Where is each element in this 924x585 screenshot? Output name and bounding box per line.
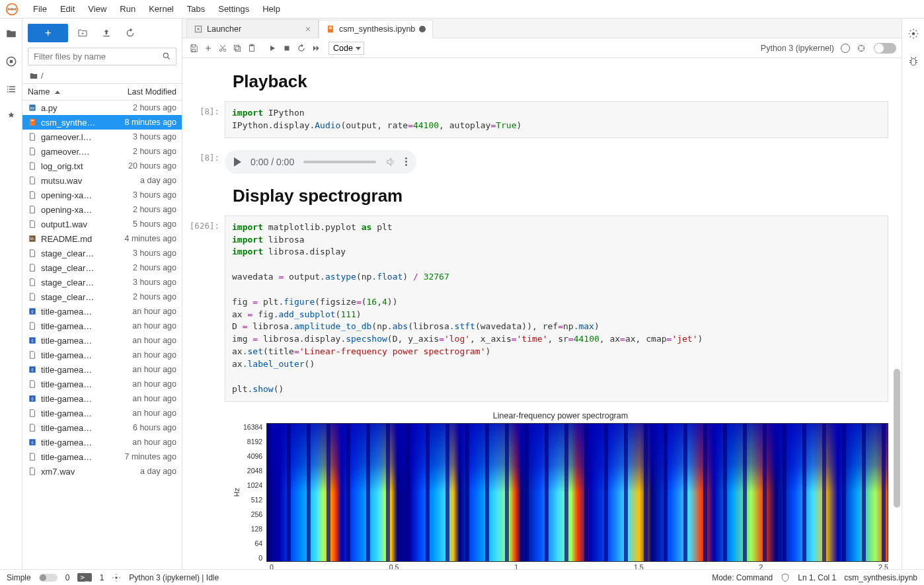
terminal-badge-icon[interactable]: >_ bbox=[77, 573, 91, 582]
file-row[interactable]: gameover.…2 hours ago bbox=[22, 144, 182, 159]
xtick: 0.5 bbox=[389, 563, 399, 570]
menu-file[interactable]: File bbox=[26, 1, 54, 17]
property-inspector-icon[interactable] bbox=[907, 28, 919, 40]
new-folder-icon[interactable] bbox=[77, 28, 88, 38]
audio-player[interactable]: 0:00 / 0:00 bbox=[225, 150, 416, 174]
breadcrumb[interactable]: / bbox=[22, 68, 182, 83]
running-icon[interactable] bbox=[5, 56, 17, 67]
file-row[interactable]: gameover.l…3 hours ago bbox=[22, 130, 182, 144]
file-row[interactable]: opening-xa…2 hours ago bbox=[22, 202, 182, 217]
menu-settings[interactable]: Settings bbox=[212, 1, 256, 17]
audio-track[interactable] bbox=[303, 161, 376, 163]
header-modified-col[interactable]: Last Modified bbox=[108, 84, 182, 100]
notebook-scrollbar[interactable] bbox=[894, 369, 900, 508]
refresh-icon[interactable] bbox=[125, 28, 135, 38]
menu-kernel[interactable]: Kernel bbox=[142, 1, 180, 17]
file-modified: 2 hours ago bbox=[105, 292, 176, 301]
menu-view[interactable]: View bbox=[81, 1, 113, 17]
extensions-icon[interactable] bbox=[5, 111, 17, 123]
trusted-icon[interactable] bbox=[781, 573, 790, 582]
kernel-debug-icon[interactable] bbox=[857, 44, 866, 53]
chart-yaxis: 163848192409620481024512256128640 bbox=[243, 423, 266, 562]
file-row[interactable]: mutsu.wava day ago bbox=[22, 173, 182, 188]
menu-bar: FileEditViewRunKernelTabsSettingsHelp bbox=[0, 0, 924, 19]
kernel-name[interactable]: Python 3 (ipykernel) bbox=[761, 44, 834, 53]
file-name: stage_clear… bbox=[41, 263, 105, 273]
menu-edit[interactable]: Edit bbox=[54, 1, 81, 17]
file-row[interactable]: stage_clear…2 hours ago bbox=[22, 290, 182, 304]
volume-icon[interactable] bbox=[385, 157, 396, 167]
restart-icon[interactable] bbox=[295, 42, 307, 54]
file-name: gameover.l… bbox=[41, 132, 105, 142]
debugger-toggle[interactable] bbox=[874, 43, 896, 54]
toc-icon[interactable] bbox=[5, 83, 17, 95]
ytick: 0 bbox=[258, 554, 262, 562]
kernel-status-icon[interactable] bbox=[841, 44, 850, 53]
file-filter-input[interactable] bbox=[28, 48, 176, 65]
run-all-icon[interactable] bbox=[310, 42, 322, 54]
code-area[interactable]: import IPython IPython.display.Audio(out… bbox=[225, 101, 888, 138]
file-row[interactable]: output1.wav5 hours ago bbox=[22, 217, 182, 231]
copy-icon[interactable] bbox=[231, 42, 243, 54]
celltype-select[interactable]: Code bbox=[328, 42, 364, 55]
file-row[interactable]: pya.py2 hours ago bbox=[22, 100, 182, 115]
code-cell[interactable]: [626]: import matplotlib.pyplot as plt i… bbox=[233, 215, 888, 402]
file-row[interactable]: title-gamea…an hour ago bbox=[22, 319, 182, 333]
save-icon[interactable] bbox=[188, 42, 200, 54]
svg-rect-27 bbox=[234, 45, 239, 50]
file-row[interactable]: {}title-gamea…an hour ago bbox=[22, 391, 182, 406]
xtick: 1 bbox=[514, 563, 518, 570]
new-launcher-button[interactable]: + bbox=[28, 24, 68, 42]
file-modified: 2 hours ago bbox=[105, 147, 176, 156]
play-icon[interactable] bbox=[234, 157, 241, 167]
file-list: pya.py2 hours agocsm_synthe…8 minutes ag… bbox=[22, 100, 182, 569]
status-kernel[interactable]: Python 3 (ipykernel) | Idle bbox=[129, 573, 219, 582]
file-row[interactable]: M↓README.md4 minutes ago bbox=[22, 231, 182, 246]
menu-help[interactable]: Help bbox=[256, 1, 287, 17]
file-row[interactable]: log_orig.txt20 hours ago bbox=[22, 159, 182, 173]
cut-icon[interactable] bbox=[217, 42, 229, 54]
tab-launcher[interactable]: Launcher bbox=[186, 19, 319, 38]
file-row[interactable]: stage_clear…2 hours ago bbox=[22, 260, 182, 275]
file-row[interactable]: {}title-gamea…an hour ago bbox=[22, 362, 182, 377]
file-row[interactable]: title-gamea…an hour ago bbox=[22, 377, 182, 391]
kernel-sessions-icon[interactable] bbox=[112, 573, 121, 582]
code-area[interactable]: import matplotlib.pyplot as plt import l… bbox=[225, 215, 888, 402]
svg-text:M↓: M↓ bbox=[30, 237, 35, 241]
file-name: title-gamea… bbox=[41, 350, 105, 360]
file-name: title-gamea… bbox=[41, 409, 105, 418]
debugger-icon[interactable] bbox=[907, 56, 919, 67]
file-row[interactable]: stage_clear…3 hours ago bbox=[22, 246, 182, 260]
menu-run[interactable]: Run bbox=[113, 1, 142, 17]
file-row[interactable]: {}title-gamea…an hour ago bbox=[22, 304, 182, 319]
upload-icon[interactable] bbox=[101, 28, 112, 38]
menu-tabs[interactable]: Tabs bbox=[180, 1, 212, 17]
insert-cell-icon[interactable] bbox=[202, 42, 214, 54]
file-row[interactable]: title-gamea…an hour ago bbox=[22, 348, 182, 362]
chart-ylabel: Hz bbox=[233, 488, 241, 496]
tab-notebook[interactable]: csm_synthesis.ipynb bbox=[319, 20, 433, 38]
file-row[interactable]: {}title-gamea…an hour ago bbox=[22, 333, 182, 348]
notebook-scroll[interactable]: Playback [8]: import IPython IPython.dis… bbox=[182, 58, 902, 569]
folder-icon[interactable] bbox=[5, 28, 17, 40]
code-cell[interactable]: [8]: import IPython IPython.display.Audi… bbox=[233, 101, 888, 138]
file-row[interactable]: title-gamea…an hour ago bbox=[22, 406, 182, 420]
svg-point-3 bbox=[163, 53, 168, 58]
file-row[interactable]: {}title-gamea…an hour ago bbox=[22, 435, 182, 449]
run-icon[interactable] bbox=[266, 42, 278, 54]
file-row[interactable]: csm_synthe…8 minutes ago bbox=[22, 115, 182, 130]
status-simple-label: Simple bbox=[7, 573, 31, 582]
file-row[interactable]: title-gamea…7 minutes ago bbox=[22, 449, 182, 464]
file-row[interactable]: stage_clear…3 hours ago bbox=[22, 275, 182, 290]
file-row[interactable]: opening-xa…3 hours ago bbox=[22, 188, 182, 202]
simple-mode-toggle[interactable] bbox=[39, 574, 58, 582]
paste-icon[interactable] bbox=[246, 42, 258, 54]
header-name-col[interactable]: Name bbox=[22, 84, 108, 100]
file-name: title-gamea… bbox=[41, 438, 105, 448]
audio-menu-icon[interactable] bbox=[405, 157, 407, 166]
stop-icon[interactable] bbox=[281, 42, 293, 54]
file-modified: 3 hours ago bbox=[105, 249, 176, 258]
close-icon[interactable] bbox=[305, 26, 311, 32]
file-row[interactable]: xm7.wava day ago bbox=[22, 464, 182, 479]
file-row[interactable]: title-gamea…6 hours ago bbox=[22, 420, 182, 435]
